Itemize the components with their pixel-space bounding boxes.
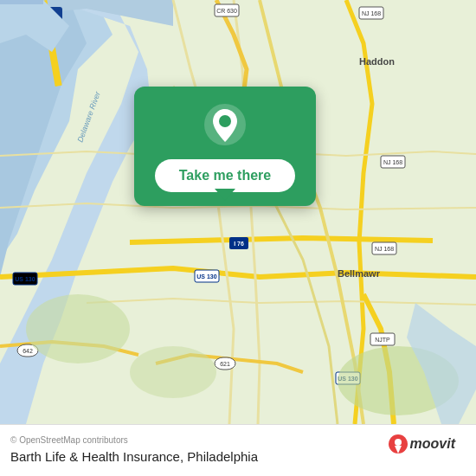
moovit-logo: moovit [389,434,455,453]
footer-bar: © OpenStreetMap contributors Barth Life … [0,424,476,476]
svg-text:US 130: US 130 [196,273,216,280]
svg-text:Haddon: Haddon [359,56,395,67]
svg-text:NJ 168: NJ 168 [362,10,381,16]
svg-text:CR 630: CR 630 [216,8,237,14]
popup-pointer [215,189,235,201]
svg-text:621: 621 [220,361,230,367]
svg-text:642: 642 [23,348,33,354]
svg-text:US 130: US 130 [15,276,35,282]
location-label: Barth Life & Health Insurance, Philadelp… [10,449,258,464]
svg-text:Bellmawr: Bellmawr [338,268,381,279]
svg-point-36 [395,439,402,446]
svg-rect-32 [0,0,43,4]
svg-point-30 [130,346,216,398]
map-view[interactable]: 95 US 130 US 130 I 76 NJ 168 NJ 168 NJ 1… [0,0,476,424]
moovit-logo-icon [389,434,408,453]
svg-point-34 [219,115,231,127]
svg-text:NJTP: NJTP [375,337,390,343]
location-pin-icon [203,102,248,147]
take-me-there-button[interactable]: Take me there [155,159,295,192]
svg-text:NJ 168: NJ 168 [375,246,394,252]
svg-text:NJ 168: NJ 168 [383,159,402,165]
moovit-brand-text: moovit [410,436,455,452]
svg-text:I 76: I 76 [234,241,244,247]
svg-point-29 [26,294,130,363]
